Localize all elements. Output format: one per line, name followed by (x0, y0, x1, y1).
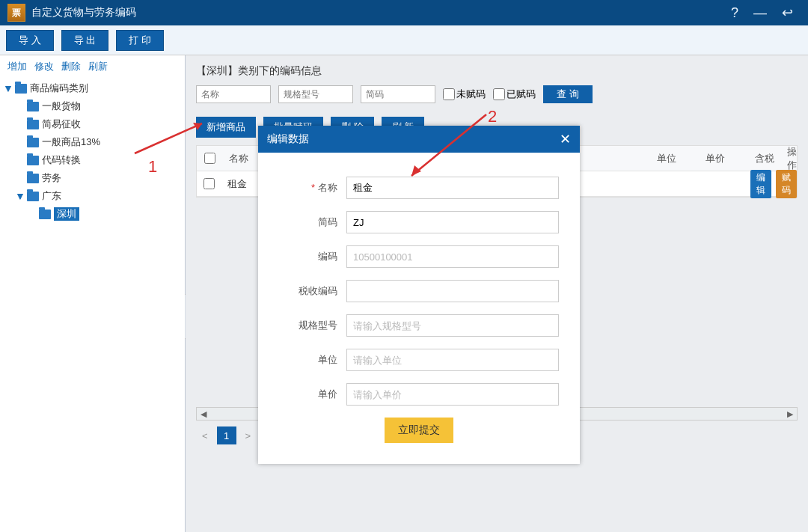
tree-item-general-goods[interactable]: 一般货物 (0, 97, 185, 115)
col-header-unit: 单位 (644, 152, 690, 165)
filter-name-input[interactable] (196, 85, 271, 103)
sidebar-add[interactable]: 增加 (7, 60, 27, 73)
filter-uncoded-checkbox[interactable]: 未赋码 (443, 88, 486, 101)
input-short[interactable] (346, 211, 559, 233)
input-price[interactable] (346, 383, 559, 406)
help-icon[interactable]: ? (723, 5, 746, 21)
row-edit-button[interactable]: 编辑 (750, 170, 771, 198)
close-icon[interactable]: ✕ (560, 131, 571, 147)
tree-item-guangdong[interactable]: ⯆广东 (0, 187, 185, 205)
window-titlebar: 票 自定义货物与劳务编码 ? — ↩ (0, 0, 808, 25)
filter-spec-input[interactable] (278, 85, 353, 103)
page-current[interactable]: 1 (217, 426, 236, 444)
row-code-button[interactable]: 赋码 (776, 170, 797, 198)
print-button[interactable]: 打 印 (116, 30, 164, 51)
scroll-right-icon[interactable]: ▶ (783, 409, 797, 419)
annotation-label-2: 2 (488, 107, 497, 126)
filter-short-input[interactable] (361, 85, 435, 103)
folder-icon (27, 120, 39, 129)
folder-icon (27, 174, 39, 183)
export-button[interactable]: 导 出 (61, 30, 109, 51)
app-logo: 票 (7, 4, 25, 22)
input-spec[interactable] (346, 314, 559, 337)
minimize-icon[interactable]: — (746, 5, 774, 21)
label-taxcode: 税收编码 (279, 284, 346, 298)
filter-row: 未赋码 已赋码 查 询 (196, 85, 798, 103)
sidebar: 增加 修改 删除 刷新 ⯆ 商品编码类别 一般货物 简易征收 一般商品13% 代… (0, 55, 186, 532)
folder-icon (39, 210, 51, 219)
col-header-tax: 含税 (741, 152, 787, 165)
submit-button[interactable]: 立即提交 (385, 418, 453, 443)
collapse-icon[interactable]: ⯆ (16, 192, 27, 201)
folder-icon (27, 156, 39, 165)
window-title: 自定义货物与劳务编码 (31, 6, 136, 19)
collapse-icon[interactable]: ⯆ (4, 85, 15, 93)
scroll-left-icon[interactable]: ◀ (197, 409, 210, 419)
row-checkbox[interactable] (203, 178, 215, 189)
tree-item-shenzhen[interactable]: 深圳 (0, 205, 185, 223)
input-code (346, 245, 559, 268)
label-price: 单价 (279, 388, 346, 401)
label-spec: 规格型号 (279, 319, 346, 332)
back-icon[interactable]: ↩ (774, 4, 801, 21)
page-next-icon[interactable]: > (242, 430, 254, 441)
main-toolbar: 导 入 导 出 打 印 (0, 25, 808, 55)
edit-modal: 编辑数据 ✕ *名称 简码 编码 税收编码 规格型号 单位 单价 立即提交 (258, 126, 580, 464)
new-product-button[interactable]: 新增商品 (196, 117, 256, 138)
category-tree: ⯆ 商品编码类别 一般货物 简易征收 一般商品13% 代码转换 劳务 ⯆广东 深… (0, 78, 185, 224)
col-header-price: 单价 (690, 152, 742, 165)
folder-icon (27, 192, 39, 201)
input-taxcode[interactable] (346, 280, 559, 302)
label-name: *名称 (279, 181, 346, 195)
label-unit: 单位 (279, 353, 346, 367)
folder-icon (27, 138, 39, 147)
sidebar-refresh[interactable]: 刷新 (88, 60, 108, 73)
input-name[interactable] (346, 177, 559, 199)
input-unit[interactable] (346, 349, 559, 371)
filter-coded-checkbox[interactable]: 已赋码 (493, 88, 536, 101)
folder-icon (15, 84, 27, 94)
annotation-label-1: 1 (148, 157, 157, 177)
import-button[interactable]: 导 入 (6, 30, 54, 51)
folder-icon (27, 102, 39, 111)
select-all-checkbox[interactable] (204, 153, 215, 164)
sidebar-toolbar: 增加 修改 删除 刷新 (0, 55, 185, 78)
tree-label: 商品编码类别 (30, 82, 88, 95)
query-button[interactable]: 查 询 (543, 85, 593, 103)
modal-title: 编辑数据 (267, 132, 309, 146)
page-prev-icon[interactable]: < (199, 430, 211, 441)
tree-item-simple-levy[interactable]: 简易征收 (0, 115, 185, 133)
label-code: 编码 (279, 250, 346, 263)
col-header-op: 操作 (787, 145, 797, 172)
sidebar-modify[interactable]: 修改 (34, 60, 54, 73)
modal-header: 编辑数据 ✕ (258, 126, 580, 153)
section-title: 【深圳】类别下的编码信息 (196, 61, 798, 85)
sidebar-delete[interactable]: 删除 (61, 60, 81, 73)
tree-root[interactable]: ⯆ 商品编码类别 (0, 79, 185, 97)
tree-item-general-13[interactable]: 一般商品13% (0, 133, 185, 151)
label-short: 简码 (279, 215, 346, 229)
